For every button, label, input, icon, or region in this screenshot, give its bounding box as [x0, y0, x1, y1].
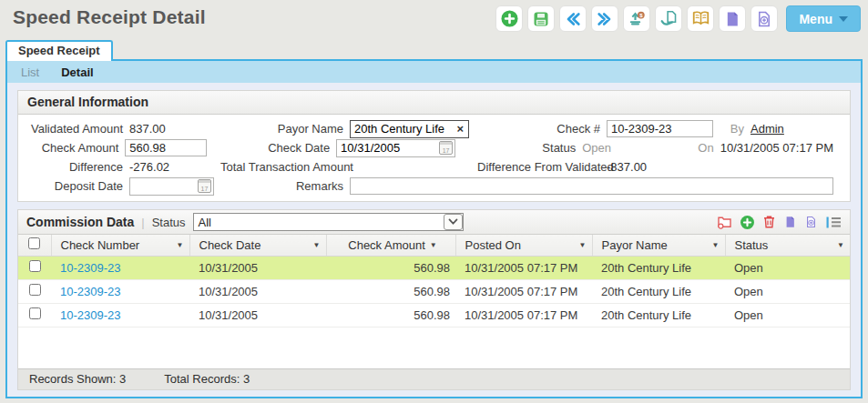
calendar-icon[interactable]: 17	[439, 141, 453, 155]
chevron-down-icon	[839, 16, 848, 22]
filter-icon[interactable]: ▼	[837, 241, 844, 249]
list-view-icon[interactable]	[825, 216, 842, 229]
double-chevron-left-icon	[564, 10, 582, 28]
check-number-input[interactable]	[607, 120, 713, 137]
commission-toolbar	[717, 215, 842, 230]
column-header-check-date[interactable]: Check Date▼	[189, 235, 326, 256]
main-frame: List Detail General Information Validate…	[5, 59, 863, 398]
document-add-icon	[755, 10, 773, 28]
column-header-posted-on[interactable]: Posted On▼	[455, 235, 592, 256]
commission-table-body: 10-2309-23 10/31/2005 560.98 10/31/2005 …	[18, 256, 850, 327]
check-date-input[interactable]	[337, 141, 437, 156]
menu-button[interactable]: Menu	[786, 5, 861, 32]
add-document-button[interactable]	[751, 5, 778, 32]
check-date-label: Check Date	[212, 141, 336, 155]
trash-icon[interactable]	[762, 215, 776, 229]
payor-name-cell: 20th Century Life	[592, 303, 725, 327]
hand-document-icon	[659, 9, 679, 28]
subnav-item-list[interactable]: List	[21, 65, 39, 79]
previous-button[interactable]	[559, 5, 587, 32]
status-filter-value: All	[194, 216, 444, 229]
plus-circle-icon[interactable]	[740, 215, 755, 230]
open-book-icon	[691, 9, 710, 28]
plus-circle-icon	[500, 9, 519, 28]
document-button[interactable]	[719, 5, 746, 32]
commission-table: Check Number▼ Check Date▼ Check Amount▼ …	[18, 235, 850, 327]
difference-value: -276.02	[129, 160, 220, 174]
chevron-down-icon	[444, 214, 463, 230]
column-header-check-amount[interactable]: Check Amount▼	[326, 235, 455, 256]
status-filter-select[interactable]: All	[193, 213, 464, 231]
check-date-cell: 10/31/2005	[189, 256, 326, 279]
deposit-button[interactable]: $	[623, 5, 650, 32]
payor-name-cell: 20th Century Life	[592, 256, 725, 279]
by-user-link[interactable]: Admin	[751, 122, 784, 136]
row-checkbox[interactable]	[29, 307, 41, 319]
subnav-item-detail[interactable]: Detail	[61, 65, 93, 79]
check-amount-input[interactable]	[125, 139, 207, 156]
commission-data-bar: Commission Data | Status All	[18, 210, 850, 235]
add-button[interactable]	[495, 5, 523, 32]
table-row[interactable]: 10-2309-23 10/31/2005 560.98 10/31/2005 …	[18, 303, 850, 327]
deposit-date-input[interactable]	[130, 179, 196, 194]
filter-icon[interactable]: ▼	[712, 241, 720, 249]
check-number-link[interactable]: 10-2309-23	[60, 285, 121, 298]
payor-name-input[interactable]	[351, 122, 452, 136]
next-button[interactable]	[591, 5, 618, 32]
status-value: Open	[582, 141, 690, 155]
remarks-input[interactable]	[350, 177, 833, 195]
row-checkbox[interactable]	[29, 260, 41, 272]
records-footer: Records Shown: 3 Total Records: 3	[18, 368, 850, 389]
table-row[interactable]: 10-2309-23 10/31/2005 560.98 10/31/2005 …	[18, 256, 850, 279]
commission-table-header-row: Check Number▼ Check Date▼ Check Amount▼ …	[18, 235, 850, 256]
document-add-icon[interactable]	[804, 215, 818, 229]
filter-icon[interactable]: ▼	[177, 241, 184, 249]
filter-icon[interactable]: ▼	[430, 241, 437, 249]
posted-on-cell: 10/31/2005 07:17 PM	[455, 256, 592, 279]
check-number-link[interactable]: 10-2309-23	[60, 308, 121, 322]
tab-strip: Speed Receipt	[0, 40, 868, 59]
commission-data-panel: Commission Data | Status All	[17, 209, 851, 390]
check-number-link[interactable]: 10-2309-23	[60, 261, 121, 275]
folder-remove-icon[interactable]	[717, 215, 732, 229]
save-icon	[532, 10, 550, 28]
on-label: On	[690, 141, 720, 155]
posted-on-cell: 10/31/2005 07:17 PM	[455, 279, 592, 303]
general-information-body: Validated Amount 837.00 Payor Name × Che…	[18, 115, 850, 201]
select-all-checkbox[interactable]	[28, 237, 40, 249]
ledger-button[interactable]	[687, 5, 714, 32]
status-cell: Open	[725, 256, 850, 279]
save-button[interactable]	[527, 5, 555, 32]
by-label: By	[720, 122, 751, 136]
document-icon[interactable]	[783, 215, 797, 229]
toolbar: $ Menu	[495, 5, 861, 32]
separator: |	[141, 216, 144, 229]
deposit-person-icon: $	[628, 10, 646, 28]
deposit-date-label: Deposit Date	[24, 179, 129, 193]
check-date-field-wrap: 17	[336, 139, 455, 157]
difference-from-validated-label: Difference From Validated	[477, 160, 607, 174]
table-row[interactable]: 10-2309-23 10/31/2005 560.98 10/31/2005 …	[18, 279, 850, 303]
status-cell: Open	[725, 303, 850, 327]
general-information-panel: General Information Validated Amount 837…	[17, 90, 851, 202]
total-records-text: Total Records: 3	[164, 372, 250, 386]
receive-document-button[interactable]	[655, 5, 682, 32]
general-information-header: General Information	[18, 91, 850, 115]
calendar-icon[interactable]: 17	[198, 179, 211, 193]
row-checkbox[interactable]	[29, 284, 41, 296]
tab-speed-receipt[interactable]: Speed Receipt	[5, 40, 113, 61]
status-cell: Open	[725, 279, 850, 303]
column-header-payor-name[interactable]: Payor Name▼	[592, 235, 725, 256]
validated-amount-value: 837.00	[129, 122, 220, 136]
content-area: General Information Validated Amount 837…	[7, 83, 861, 390]
column-header-status[interactable]: Status▼	[725, 235, 850, 256]
commission-status-label: Status	[152, 216, 186, 229]
table-empty-space	[18, 327, 850, 369]
clear-x-icon[interactable]: ×	[452, 123, 468, 135]
deposit-date-field-wrap: 17	[129, 177, 214, 196]
records-shown-text: Records Shown: 3	[29, 372, 126, 386]
filter-icon[interactable]: ▼	[579, 241, 587, 249]
check-amount-label: Check Amount	[24, 141, 125, 155]
column-header-check-number[interactable]: Check Number▼	[51, 235, 189, 256]
filter-icon[interactable]: ▼	[313, 241, 321, 249]
